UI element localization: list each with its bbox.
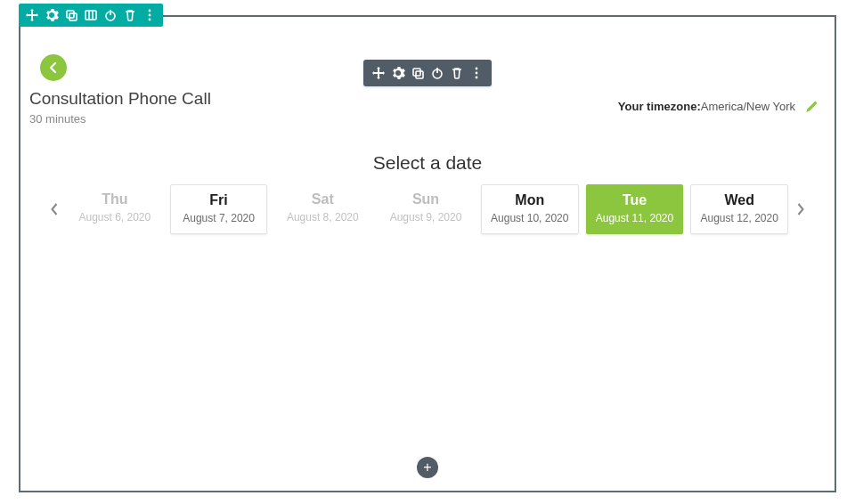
timezone-label: Your timezone: <box>618 100 701 113</box>
pencil-icon <box>804 98 820 114</box>
date-label: August 12, 2020 <box>693 212 786 224</box>
widget-toolbar <box>363 60 492 86</box>
select-date-heading: Select a date <box>20 152 835 174</box>
chevron-left-icon <box>50 202 59 216</box>
date-cards: Thu August 6, 2020 Fri August 7, 2020 Sa… <box>67 184 788 234</box>
date-card[interactable]: Wed August 12, 2020 <box>690 184 788 234</box>
day-of-week: Tue <box>589 192 681 208</box>
edit-timezone-button[interactable] <box>804 98 820 114</box>
date-label: August 9, 2020 <box>379 211 472 224</box>
arrow-left-icon <box>46 61 61 75</box>
editor-frame: Consultation Phone Call 30 minutes Your … <box>19 15 836 492</box>
date-card: Thu August 6, 2020 <box>67 184 163 234</box>
power-icon[interactable] <box>428 63 447 83</box>
trash-icon[interactable] <box>120 5 140 25</box>
page-subtitle: 30 minutes <box>29 112 211 126</box>
date-card[interactable]: Fri August 7, 2020 <box>170 184 268 234</box>
power-icon[interactable] <box>101 5 120 25</box>
day-of-week: Fri <box>173 192 265 208</box>
more-vertical-icon[interactable] <box>140 5 159 25</box>
day-of-week: Sat <box>276 191 369 207</box>
timezone-row: Your timezone:America/New York <box>618 98 820 114</box>
day-of-week: Wed <box>693 192 786 208</box>
day-of-week: Mon <box>484 192 576 208</box>
date-label: August 7, 2020 <box>173 212 265 224</box>
date-label: August 10, 2020 <box>484 212 576 224</box>
trash-icon[interactable] <box>447 63 467 83</box>
page-title: Consultation Phone Call <box>29 89 211 109</box>
date-card: Sat August 8, 2020 <box>274 184 370 234</box>
more-vertical-icon[interactable] <box>467 63 486 83</box>
date-card-selected[interactable]: Tue August 11, 2020 <box>586 184 684 234</box>
back-button[interactable] <box>40 54 67 81</box>
date-strip: Thu August 6, 2020 Fri August 7, 2020 Sa… <box>42 184 813 234</box>
move-icon[interactable] <box>22 5 42 25</box>
columns-icon[interactable] <box>81 5 101 25</box>
day-of-week: Thu <box>69 191 161 207</box>
next-dates-button[interactable] <box>788 187 813 232</box>
date-card: Sun August 9, 2020 <box>378 184 474 234</box>
duplicate-icon[interactable] <box>408 63 428 83</box>
date-label: August 11, 2020 <box>589 212 681 224</box>
date-card[interactable]: Mon August 10, 2020 <box>481 184 579 234</box>
duplicate-icon[interactable] <box>61 5 81 25</box>
date-label: August 6, 2020 <box>69 211 161 224</box>
chevron-right-icon <box>796 202 805 216</box>
plus-icon: + <box>423 459 431 476</box>
day-of-week: Sun <box>379 191 472 207</box>
gear-icon[interactable] <box>42 5 61 25</box>
date-label: August 8, 2020 <box>276 211 369 224</box>
add-section-button[interactable]: + <box>417 457 438 478</box>
title-block: Consultation Phone Call 30 minutes <box>29 89 211 126</box>
timezone-value: America/New York <box>701 100 795 113</box>
move-icon[interactable] <box>369 63 388 83</box>
section-toolbar <box>19 4 163 27</box>
gear-icon[interactable] <box>388 63 408 83</box>
prev-dates-button[interactable] <box>42 187 67 232</box>
